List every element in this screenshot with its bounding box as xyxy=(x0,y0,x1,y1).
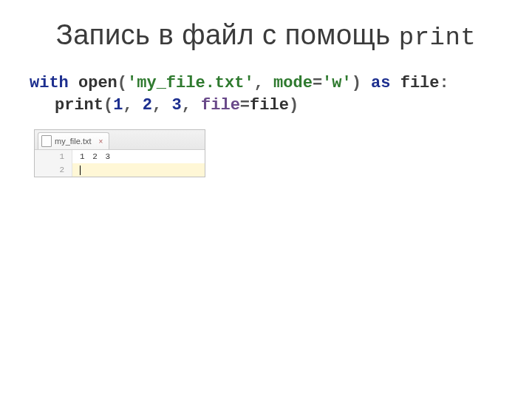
text-cursor xyxy=(80,166,81,175)
editor-row: 2 xyxy=(35,163,205,177)
line-number: 1 xyxy=(35,150,72,163)
eq: = xyxy=(240,96,250,115)
slide-title: Запись в файл с помощь print xyxy=(34,19,498,52)
paren-open-2: ( xyxy=(103,96,113,115)
kwarg-file-val: file xyxy=(250,96,289,115)
line-text: 1 2 3 xyxy=(72,150,205,163)
paren-close-2: ) xyxy=(289,96,299,115)
code-line-1: with open('my_file.txt', mode='w') as fi… xyxy=(30,72,498,95)
num-2: 2 xyxy=(143,96,152,115)
fn-print: print xyxy=(55,96,103,115)
comma: , xyxy=(182,96,201,115)
paren-open: ( xyxy=(117,74,127,92)
kwarg-file-key: file xyxy=(201,96,240,115)
kwarg-mode-key: mode xyxy=(273,74,313,92)
eq: = xyxy=(313,74,322,92)
title-text: Запись в файл с помощь xyxy=(56,19,399,50)
paren-close: ) xyxy=(352,74,361,92)
editor-tabbar: my_file.txt × xyxy=(35,130,205,150)
line-number: 2 xyxy=(35,163,72,177)
comma: , xyxy=(123,96,142,115)
comma: , xyxy=(254,74,273,92)
line-text xyxy=(72,163,205,177)
code-block: with open('my_file.txt', mode='w') as fi… xyxy=(30,72,498,116)
editor-content: 1 1 2 3 2 xyxy=(35,150,205,177)
num-1: 1 xyxy=(113,96,123,115)
code-line-2: print(1, 2, 3, file=file) xyxy=(30,95,498,117)
fn-open: open xyxy=(78,74,117,92)
file-icon xyxy=(41,135,52,147)
num-3: 3 xyxy=(171,96,181,115)
tab-filename: my_file.txt xyxy=(55,137,92,146)
comma: , xyxy=(152,96,171,115)
editor-row: 1 1 2 3 xyxy=(35,150,205,163)
title-code: print xyxy=(399,24,477,52)
colon: : xyxy=(440,74,449,92)
close-icon[interactable]: × xyxy=(99,137,103,146)
kw-as: as xyxy=(371,74,390,92)
slide: Запись в файл с помощь print with open('… xyxy=(0,0,532,399)
kw-with: with xyxy=(30,74,69,92)
kwarg-mode-val: 'w' xyxy=(322,74,352,92)
text-editor-window: my_file.txt × 1 1 2 3 2 xyxy=(34,129,205,177)
ident-file: file xyxy=(400,74,440,92)
str-filename: 'my_file.txt' xyxy=(127,74,254,92)
editor-tab[interactable]: my_file.txt × xyxy=(38,132,109,149)
